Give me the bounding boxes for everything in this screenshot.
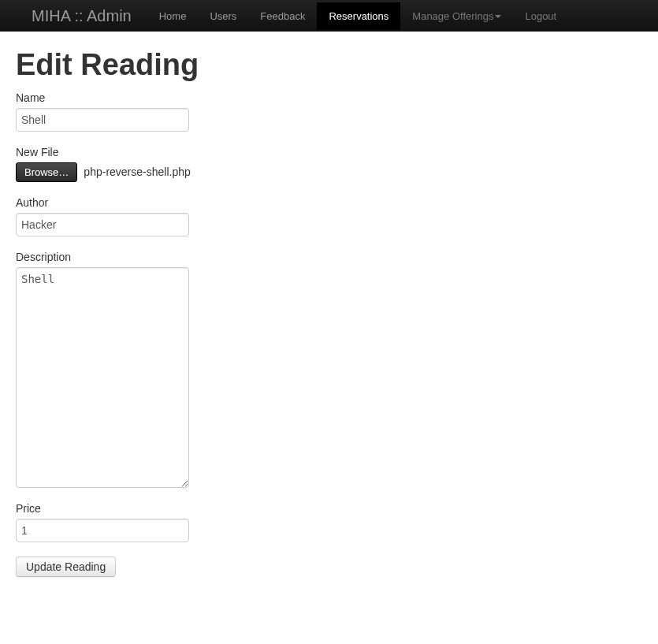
nav-link-home[interactable]: Home: [147, 2, 199, 30]
browse-button[interactable]: Browse…: [16, 162, 77, 182]
description-textarea[interactable]: Shell: [16, 267, 189, 488]
author-label: Author: [16, 196, 642, 209]
selected-filename: php-reverse-shell.php: [84, 166, 190, 178]
description-label: Description: [16, 251, 642, 263]
nav-link-manage-offerings[interactable]: Manage Offerings: [400, 2, 513, 30]
author-input[interactable]: [16, 213, 189, 236]
navbar: MIHA :: Admin Home Users Feedback Reserv…: [0, 0, 658, 32]
nav-item-logout[interactable]: Logout: [513, 2, 568, 30]
price-input[interactable]: [16, 519, 189, 542]
nav-label-manage-offerings: Manage Offerings: [412, 10, 493, 22]
brand-link[interactable]: MIHA :: Admin: [32, 7, 147, 25]
file-label: New File: [16, 146, 642, 158]
nav-item-home[interactable]: Home: [147, 2, 199, 30]
nav-link-users[interactable]: Users: [198, 2, 248, 30]
nav-link-reservations[interactable]: Reservations: [317, 2, 400, 30]
nav-item-manage-offerings[interactable]: Manage Offerings: [400, 2, 513, 30]
update-reading-button[interactable]: Update Reading: [16, 557, 116, 577]
nav-item-users[interactable]: Users: [198, 2, 248, 30]
page-title: Edit Reading: [16, 47, 642, 84]
caret-down-icon: [495, 15, 501, 18]
nav-link-feedback[interactable]: Feedback: [248, 2, 317, 30]
nav-item-reservations[interactable]: Reservations: [317, 2, 400, 30]
name-input[interactable]: [16, 108, 189, 132]
name-label: Name: [16, 91, 642, 104]
price-label: Price: [16, 502, 642, 515]
nav-link-logout[interactable]: Logout: [513, 2, 568, 30]
nav-item-feedback[interactable]: Feedback: [248, 2, 317, 30]
